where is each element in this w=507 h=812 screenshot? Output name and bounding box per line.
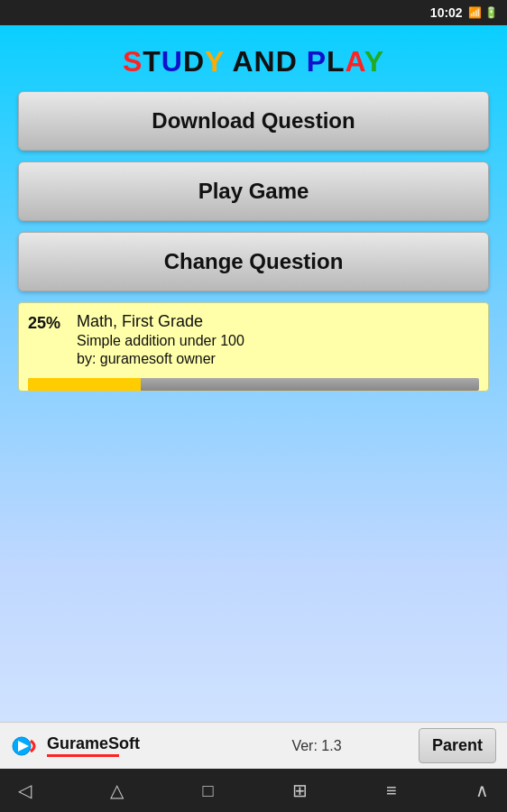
status-time: 10:02 [430,5,463,20]
question-title: Math, First Grade [77,312,479,331]
version-text: Ver: 1.3 [215,738,419,754]
title-char-d2: D [276,45,298,78]
parent-button[interactable]: Parent [419,728,496,763]
bottom-bar: GurameSoft Ver: 1.3 Parent [0,722,507,769]
title-char-l: L [327,45,346,78]
app-title: STUDY AND PLAY [18,34,489,91]
change-question-button[interactable]: Change Question [18,232,489,291]
status-bar: 10:02 📶 🔋 [0,0,507,25]
title-char-y2: Y [364,45,384,78]
title-char-d: D [183,45,205,78]
title-char-n: N [254,45,276,78]
title-char-s: S [123,45,143,78]
question-percentage: 25% [28,312,64,333]
app-content: STUDY AND PLAY Download Question Play Ga… [0,25,507,722]
recent-icon[interactable]: □ [202,780,213,801]
question-info: Math, First Grade Simple addition under … [77,312,479,367]
title-char-t: T [143,45,161,78]
logo-area: GurameSoft [11,730,215,762]
logo-icon [11,730,43,762]
home-icon[interactable]: △ [110,780,124,801]
question-card-content: 25% Math, First Grade Simple addition un… [28,312,479,374]
title-char-p: P [307,45,327,78]
play-game-button[interactable]: Play Game [18,161,489,221]
menu1-icon[interactable]: ⊞ [292,780,308,801]
progress-bar-container [28,378,479,391]
up-icon[interactable]: ∧ [475,780,489,801]
progress-bar-fill [28,378,141,391]
status-icons: 📶 🔋 [468,6,498,19]
logo-underline [47,754,119,757]
question-subtitle: Simple addition under 100 [77,333,479,349]
title-char-a: A [232,45,254,78]
title-space2 [298,45,307,78]
back-icon[interactable]: ◁ [18,780,32,801]
question-card: 25% Math, First Grade Simple addition un… [18,302,489,392]
title-char-u: U [161,45,183,78]
title-char-a2: A [346,45,364,78]
title-char-y: Y [205,45,225,78]
question-author: by: guramesoft owner [77,351,479,367]
logo-text: GurameSoft [47,734,140,753]
logo-wrapper: GurameSoft [47,734,140,757]
nav-bar: ◁ △ □ ⊞ ≡ ∧ [0,769,507,812]
download-question-button[interactable]: Download Question [18,91,489,151]
menu2-icon[interactable]: ≡ [386,780,397,801]
